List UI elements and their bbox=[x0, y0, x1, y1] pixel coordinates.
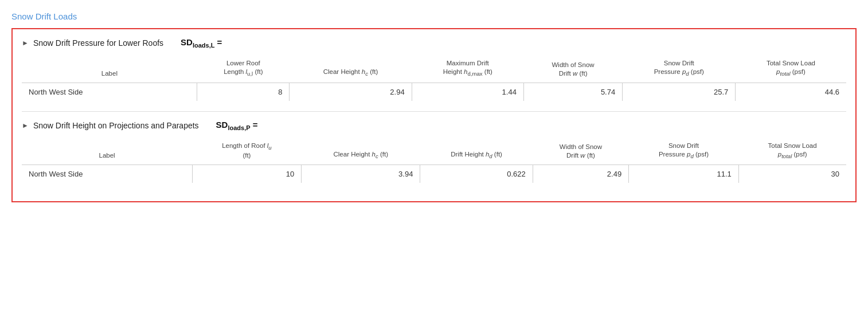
section1-header-row: Label Lower RoofLength lu,l (ft) Clear H… bbox=[22, 57, 846, 83]
section2-formula: SDloads,P = bbox=[216, 120, 258, 131]
section2-row-1: North West Side 10 3.94 0.622 2.49 11.1 … bbox=[22, 165, 846, 183]
section2-table: Label Length of Roof lu(ft) Clear Height… bbox=[22, 139, 846, 183]
section-divider bbox=[22, 111, 846, 112]
s2-length-roof: 10 bbox=[192, 165, 301, 183]
section2-title: Snow Drift Height on Projections and Par… bbox=[33, 121, 199, 130]
col2-label: Label bbox=[22, 139, 192, 165]
section1-chevron[interactable]: ► bbox=[22, 39, 29, 47]
col-max-drift-height: Maximum DriftHeight hd,max (ft) bbox=[412, 57, 523, 83]
s2-total-snow-load: 30 bbox=[738, 165, 846, 183]
s1-total-snow-load: 44.6 bbox=[736, 83, 846, 101]
s1-max-drift-height: 1.44 bbox=[412, 83, 523, 101]
col-label: Label bbox=[22, 57, 197, 83]
s1-clear-height: 2.94 bbox=[290, 83, 412, 101]
col-snow-drift-pressure: Snow DriftPressure pd (psf) bbox=[623, 57, 736, 83]
col2-clear-height: Clear Height hc (ft) bbox=[302, 139, 420, 165]
page-title: Snow Drift Loads bbox=[11, 11, 857, 21]
s1-label: North West Side bbox=[22, 83, 197, 101]
col2-total-snow-load: Total Snow Loadptotal (psf) bbox=[738, 139, 846, 165]
section-lower-roofs: ► Snow Drift Pressure for Lower Roofs SD… bbox=[22, 37, 846, 101]
section1-table: Label Lower RoofLength lu,l (ft) Clear H… bbox=[22, 57, 846, 101]
section2-chevron[interactable]: ► bbox=[22, 122, 29, 130]
col-lower-roof-length: Lower RoofLength lu,l (ft) bbox=[197, 57, 290, 83]
page-container: Snow Drift Loads ► Snow Drift Pressure f… bbox=[11, 11, 857, 202]
s2-drift-height: 0.622 bbox=[420, 165, 533, 183]
col-width-snow-drift: Width of SnowDrift w (ft) bbox=[523, 57, 622, 83]
s1-width-snow-drift: 5.74 bbox=[523, 83, 622, 101]
s2-clear-height: 3.94 bbox=[302, 165, 420, 183]
col-clear-height: Clear Height hc (ft) bbox=[290, 57, 412, 83]
col-total-snow-load: Total Snow Loadptotal (psf) bbox=[736, 57, 846, 83]
s2-label: North West Side bbox=[22, 165, 192, 183]
section1-row-1: North West Side 8 2.94 1.44 5.74 25.7 44… bbox=[22, 83, 846, 101]
col2-width-snow-drift: Width of SnowDrift w (ft) bbox=[533, 139, 628, 165]
col2-drift-height: Drift Height hd (ft) bbox=[420, 139, 533, 165]
section-projections: ► Snow Drift Height on Projections and P… bbox=[22, 120, 846, 183]
s2-width-snow-drift: 2.49 bbox=[533, 165, 628, 183]
s1-lower-roof-length: 8 bbox=[197, 83, 290, 101]
section1-title: Snow Drift Pressure for Lower Roofs bbox=[33, 38, 163, 48]
col2-length-roof: Length of Roof lu(ft) bbox=[192, 139, 301, 165]
main-content: ► Snow Drift Pressure for Lower Roofs SD… bbox=[11, 28, 857, 202]
section2-header-row: Label Length of Roof lu(ft) Clear Height… bbox=[22, 139, 846, 165]
s2-snow-drift-pressure: 11.1 bbox=[629, 165, 739, 183]
s1-snow-drift-pressure: 25.7 bbox=[623, 83, 736, 101]
col2-snow-drift-pressure: Snow DriftPressure pd (psf) bbox=[629, 139, 739, 165]
section2-header: ► Snow Drift Height on Projections and P… bbox=[22, 120, 846, 131]
section1-formula: SDloads,L = bbox=[181, 37, 222, 49]
section1-header: ► Snow Drift Pressure for Lower Roofs SD… bbox=[22, 37, 846, 49]
